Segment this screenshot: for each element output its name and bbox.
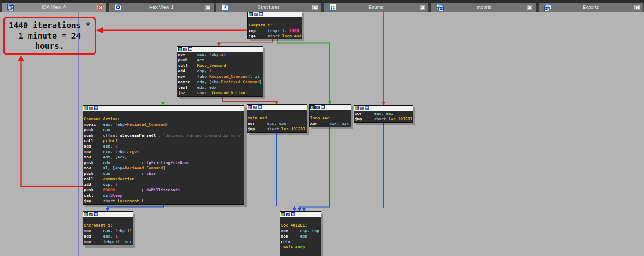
graph-node-loop-end[interactable]: loop_end:xor eax, eax — [309, 104, 351, 127]
asm-line: mov edx, [ecx] — [83, 154, 244, 160]
tab-hex-view-1[interactable]: Hex View-1 — [109, 3, 214, 12]
asm-line: mov [ebp+Recieved_Command], al — [177, 74, 263, 79]
asm-line: add esp, 8 — [83, 182, 244, 187]
asm-line: retn — [280, 239, 321, 244]
asm-line: push offset aSuccessParsedC ; "Success: … — [83, 132, 244, 138]
asm-line: xor eax, eax — [354, 111, 413, 116]
node-disassembly: increment_i:mov eax, [ebp+i]add eax, 1mo… — [83, 217, 133, 245]
node-title-bar[interactable] — [310, 105, 351, 110]
node-disassembly: loop_end:xor eax, eax — [310, 110, 351, 127]
ida-window: IDA View-A Hex View-1 A Structures Enums — [0, 0, 644, 256]
asm-line: jmp short loc_4012B1 — [247, 126, 307, 132]
asm-line — [83, 111, 244, 116]
graph-edge-compare-true-to-loopend — [278, 39, 330, 101]
tab-close-button[interactable] — [205, 5, 210, 10]
asm-line — [280, 250, 321, 255]
graph-edge-compare-false-to-recv — [219, 39, 273, 43]
tab-close-button[interactable] — [312, 5, 318, 10]
asm-line — [310, 110, 351, 115]
node-title-bar[interactable] — [354, 106, 413, 111]
graph-canvas[interactable]: 1440 iterations * 1 minute = 24 hours. C… — [0, 12, 644, 256]
tab-close-button[interactable] — [634, 5, 640, 10]
asm-line: push eax ; char — [83, 171, 244, 176]
tab-exports[interactable]: Exports — [539, 3, 643, 12]
node-disassembly: xor eax, eaxjmp short loc_4012B1 — [354, 111, 413, 123]
graph-node-command-action[interactable]: Command_Action:movsx eax, [ebp+Recieved_… — [83, 105, 244, 205]
graph-node-xor-jmp[interactable]: xor eax, eaxjmp short loc_4012B1 — [354, 105, 413, 123]
tab-label: Hex View-1 — [109, 3, 214, 12]
asm-line: test edx, edx — [177, 84, 263, 90]
graph-edge-mainend-to-loc4012b1 — [276, 133, 294, 208]
asm-line: Compare_i: — [248, 22, 302, 28]
asm-line: jmp short increment_i — [83, 198, 244, 203]
asm-line: movsx eax, [ebp+Recieved_Command] — [83, 121, 244, 127]
asm-line: movsx edx, [ebp+Recieved_Command] — [177, 79, 263, 84]
node-disassembly: loc_4012B1:mov esp, ebppop ebpretn_main … — [280, 217, 321, 256]
asm-line: push eax — [83, 127, 244, 132]
asm-line: mov eax, [ebp+i] — [83, 228, 133, 233]
node-title-bar[interactable] — [83, 106, 244, 111]
asm-line — [247, 110, 307, 115]
asm-line: increment_i: — [83, 222, 133, 228]
node-title-bar[interactable] — [83, 212, 133, 217]
node-disassembly: Compare_i:cmp [ebp+i], 1440jge short loo… — [248, 17, 302, 39]
graph-node-compare-i[interactable]: Compare_i:cmp [ebp+i], 1440jge short loo… — [247, 12, 302, 39]
graph-edge-recv-true-to-action — [163, 97, 218, 102]
tab-ida-view-a[interactable]: IDA View-A — [2, 3, 106, 12]
asm-line — [248, 17, 302, 22]
asm-line — [280, 217, 321, 222]
node-disassembly: Command_Action:movsx eax, [ebp+Recieved_… — [83, 111, 244, 205]
graph-node-loc-4012b1[interactable]: loc_4012B1:mov esp, ebppop ebpretn_main … — [280, 211, 321, 256]
asm-line: call commandaction — [83, 176, 244, 182]
asm-line: mov ecx, [ebp+argv] — [83, 149, 244, 154]
asm-line: mov [ebp+i], eax — [83, 239, 133, 244]
asm-line: loop_end: — [310, 115, 351, 121]
tab-label: IDA View-A — [2, 3, 106, 12]
tab-enums[interactable]: Enums — [324, 3, 428, 12]
asm-line: push 60000 ; dwMilliseconds — [83, 187, 244, 193]
asm-line: add eax, 1 — [83, 233, 133, 239]
asm-line: add esp, 4 — [177, 68, 263, 74]
graph-edge-loopend-to-loc4012b1 — [300, 127, 330, 208]
node-title-bar[interactable] — [177, 47, 263, 52]
tab-structures[interactable]: A Structures — [216, 3, 321, 12]
asm-line: call printf — [83, 138, 244, 143]
tab-imports[interactable]: Imports — [431, 3, 536, 12]
node-title-bar[interactable] — [247, 105, 307, 110]
graph-node-increment-i[interactable]: increment_i:mov eax, [ebp+i]add eax, 1mo… — [83, 211, 133, 245]
tab-label: Structures — [216, 3, 321, 12]
asm-line: push ecx — [177, 57, 263, 63]
tab-close-button[interactable] — [420, 5, 425, 10]
graph-edge-action-to-increment — [108, 205, 163, 208]
asm-line: cmp [ebp+i], 1440 — [248, 28, 302, 33]
tab-close-button[interactable] — [97, 5, 103, 10]
graph-edge-xorjmp-to-loc4012b1 — [304, 123, 384, 208]
tab-label: Enums — [324, 3, 428, 12]
asm-line: mov ecx, [ebp+i] — [177, 52, 263, 57]
asm-line: call ds:Sleep — [83, 193, 244, 198]
asm-line: xor eax, eax — [247, 121, 307, 126]
asm-line: jmp short loc_4012B1 — [354, 116, 413, 121]
node-title-bar[interactable] — [280, 212, 321, 217]
node-disassembly: mov ecx, [ebp+i]push ecxcall Recv_Comman… — [177, 52, 263, 97]
graph-node-main-end[interactable]: main_end:xor eax, eaxjmp short loc_4012B… — [247, 104, 307, 133]
asm-line: jnz short Command_Action — [177, 90, 263, 95]
tab-bar: IDA View-A Hex View-1 A Structures Enums — [0, 0, 644, 12]
asm-line: loc_4012B1: — [280, 222, 321, 228]
asm-line: mov esp, ebp — [280, 228, 321, 233]
tab-close-button[interactable] — [527, 5, 532, 10]
node-title-bar[interactable] — [248, 12, 302, 17]
asm-line: add esp, 8 — [83, 143, 244, 149]
tab-label: Imports — [431, 3, 536, 12]
node-disassembly: main_end:xor eax, eaxjmp short loc_4012B… — [247, 110, 307, 133]
asm-line — [83, 217, 133, 222]
asm-line: Command_Action: — [83, 116, 244, 121]
asm-line: pop ebp — [280, 233, 321, 239]
asm-line: xor eax, eax — [310, 121, 351, 126]
graph-node-recv-command[interactable]: mov ecx, [ebp+i]push ecxcall Recv_Comman… — [177, 46, 263, 97]
asm-line: mov al, [ebp+Recieved_Command] — [83, 165, 244, 171]
asm-line: main_end: — [247, 115, 307, 121]
asm-line: push edx ; lpExistingFileName — [83, 160, 244, 165]
tab-label: Exports — [539, 3, 643, 12]
graph-edge-recv-false-to-mainend — [223, 97, 276, 101]
